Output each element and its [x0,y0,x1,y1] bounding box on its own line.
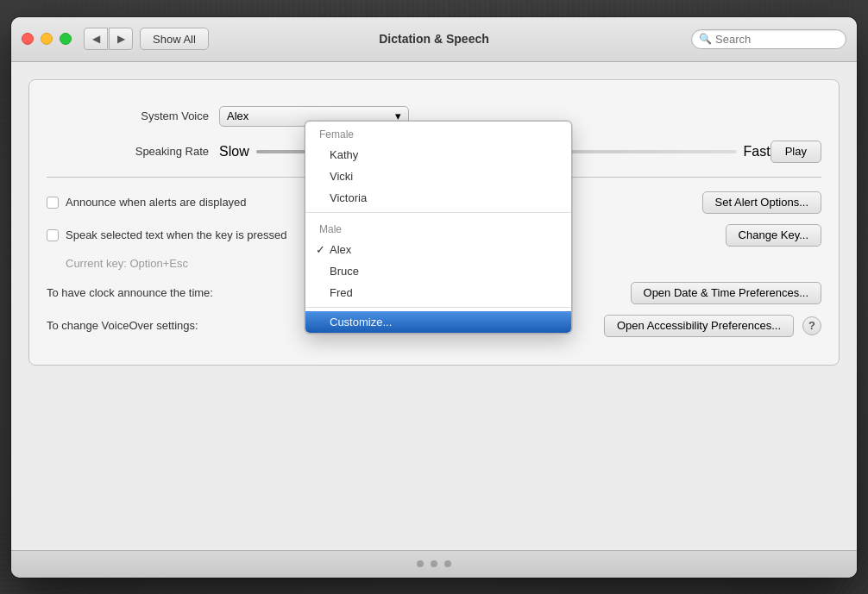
speaking-rate-label: Speaking Rate [47,145,219,158]
help-button[interactable]: ? [802,316,821,335]
play-button[interactable]: Play [771,141,821,163]
dropdown-separator-2 [305,307,571,308]
voice-vicki[interactable]: Vicki [305,166,571,187]
bottom-statusbar [11,550,857,578]
forward-button[interactable]: ▶ [109,28,133,50]
close-button[interactable] [22,33,34,45]
change-key-button[interactable]: Change Key... [726,224,821,247]
speak-selected-label: Speak selected text when the key is pres… [66,228,287,241]
show-all-button[interactable]: Show All [140,28,209,50]
voice-fred[interactable]: Fred [305,282,571,303]
main-window: ◀ ▶ Show All Dictation & Speech 🔍 System… [11,17,857,578]
search-input[interactable] [715,33,839,46]
open-accessibility-button[interactable]: Open Accessibility Preferences... [604,315,794,337]
dropdown-separator-1 [305,212,571,213]
open-date-time-button[interactable]: Open Date & Time Preferences... [631,282,821,304]
clock-label: To have clock announce the time: [47,286,213,299]
voice-victoria[interactable]: Victoria [305,187,571,209]
fast-label: Fast [744,144,771,159]
nav-buttons: ◀ ▶ [84,28,133,50]
speak-selected-checkbox[interactable] [47,229,59,241]
announce-alerts-label: Announce when alerts are displayed [66,196,247,209]
set-alert-options-button[interactable]: Set Alert Options... [702,191,821,214]
search-icon: 🔍 [699,33,712,45]
slow-label: Slow [219,144,249,159]
system-voice-label: System Voice [47,109,219,122]
traffic-lights [22,33,72,45]
titlebar: ◀ ▶ Show All Dictation & Speech 🔍 [11,17,857,62]
current-key-label: Current key: Option+Esc [66,257,188,270]
voiceover-label: To change VoiceOver settings: [47,319,198,332]
voice-kathy[interactable]: Kathy [305,144,571,166]
back-button[interactable]: ◀ [84,28,108,50]
status-dots [417,560,451,567]
voice-alex[interactable]: Alex [305,239,571,260]
female-group-label: Female [305,122,571,144]
content-area: System Voice Alex ▾ Speaking Rate Slow F… [11,62,857,550]
window-title: Dictation & Speech [379,32,489,46]
search-box: 🔍 [691,29,846,49]
minimize-button[interactable] [41,33,53,45]
announce-alerts-checkbox[interactable] [47,197,59,209]
customize-option[interactable]: Customize... [305,311,571,333]
maximize-button[interactable] [60,33,72,45]
status-dot-2 [431,560,437,567]
voice-bruce[interactable]: Bruce [305,260,571,282]
status-dot-1 [417,560,424,567]
status-dot-3 [444,560,451,567]
selected-voice-text: Alex [227,109,248,122]
voice-dropdown: Female Kathy Vicki Victoria Male Alex Br… [305,121,572,334]
male-group-label: Male [305,216,571,239]
